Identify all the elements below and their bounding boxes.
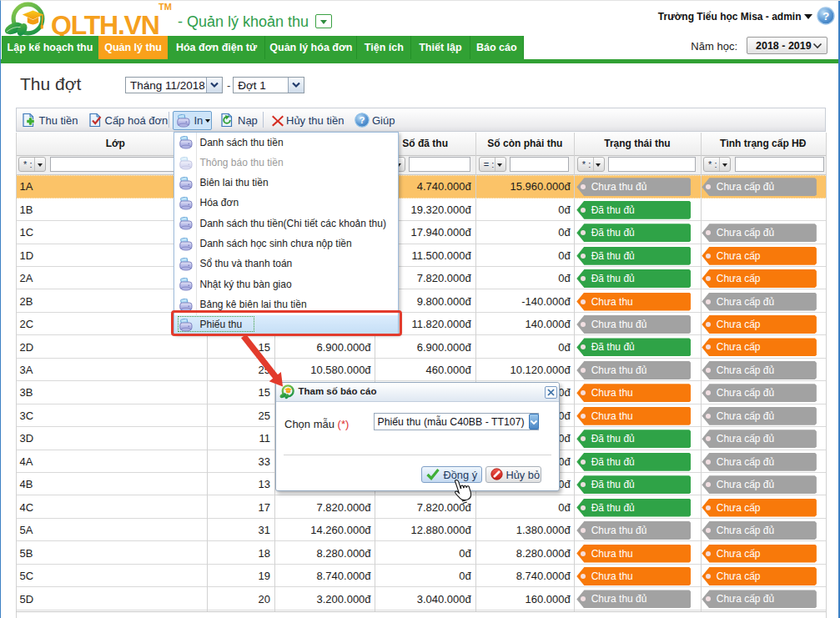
svg-text:?: ? xyxy=(822,10,829,23)
svg-text:?: ? xyxy=(359,115,365,125)
